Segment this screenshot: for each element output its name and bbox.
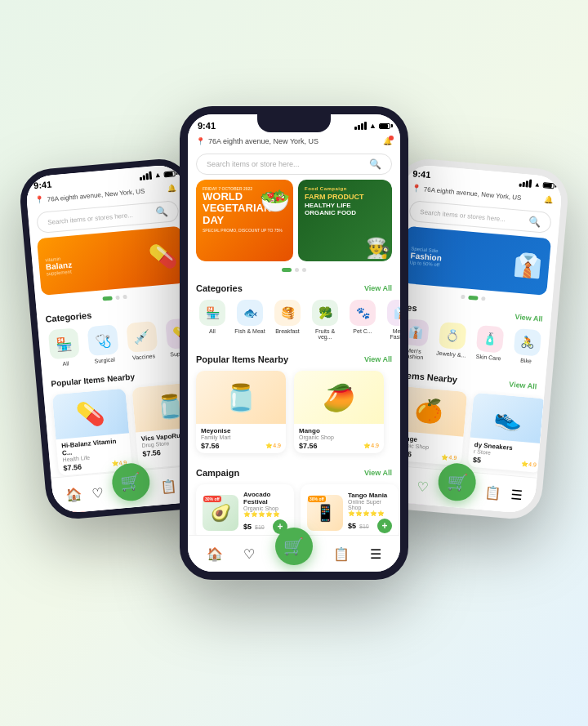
popular-view-all-right[interactable]: View All xyxy=(509,380,537,390)
product-mango-shop: Organic Shop xyxy=(299,434,379,440)
cat-breakfast-icon-center: 🥞 xyxy=(274,300,301,326)
battery-right xyxy=(542,182,555,189)
nav-orders-right[interactable]: 📋 xyxy=(484,484,502,501)
product-mango-img: 🥭 xyxy=(294,371,384,424)
cat-fashion-center[interactable]: 👔 Men's Fashion xyxy=(384,300,400,340)
cat-fish-center[interactable]: 🐟 Fish & Meat xyxy=(234,300,266,340)
nav-cart-center[interactable]: 🛒 xyxy=(275,528,313,565)
battery-center xyxy=(379,123,390,129)
campaign-tango-center[interactable]: 📱 30% off Tango Mania Online Super Shop … xyxy=(301,484,399,541)
product-mango-rating: ⭐4.9 xyxy=(363,443,379,449)
status-icons-center: ▲ xyxy=(354,122,390,130)
product-sneaker-right[interactable]: 👟 dy Sneakers r Store $5 ⭐4.9 xyxy=(467,393,544,473)
wifi-icon-left: ▲ xyxy=(154,171,162,180)
nav-menu-center[interactable]: ☰ xyxy=(370,546,381,562)
bell-icon-right: 🔔 xyxy=(544,195,554,204)
product-mayo-rating: ⭐4.9 xyxy=(265,443,281,449)
popular-view-all-center[interactable]: View All xyxy=(364,355,392,363)
dots-center xyxy=(188,265,400,275)
campaign-avocado-icon: 🥑 30% off xyxy=(203,495,238,531)
campaign-avocado-old: $10 xyxy=(255,524,265,530)
categories-row-center[interactable]: 🏪 All 🐟 Fish & Meat 🥞 Breakfast 🥦 Fruits… xyxy=(188,296,400,346)
categories-title-left: Categories xyxy=(45,310,92,324)
location-bar-center: 📍 76A eighth avenue, New York, US 🔔 xyxy=(188,134,400,149)
nav-heart-left[interactable]: ♡ xyxy=(91,484,104,501)
campaign-avocado-center[interactable]: 🥑 30% off Avocado Festival Organic Shop … xyxy=(196,484,294,541)
product-sneaker-img: 👟 xyxy=(470,393,544,444)
campaign-view-all-center[interactable]: View All xyxy=(364,469,392,477)
search-icon-right: 🔍 xyxy=(528,216,541,228)
categories-title-center: Categories xyxy=(196,283,243,293)
cat-all-left[interactable]: 🏪 All xyxy=(47,327,82,367)
product-mango-center[interactable]: 🥭 Mango Organic Shop $7.56 ⭐4.9 xyxy=(294,371,384,453)
banner-organic: Food Campaign FARM PRODUCT HEALTHY LIFE … xyxy=(298,180,392,261)
campaign-tango-name: Tango Mania xyxy=(348,492,392,499)
time-left: 9:41 xyxy=(33,179,52,190)
cat-vaccines-left[interactable]: 💉 Vaccines xyxy=(124,321,160,361)
product-mango-price: $7.56 xyxy=(299,442,318,450)
campaign-tango-old: $10 xyxy=(359,523,369,529)
popular-header-center: Popular Items Nearby View All xyxy=(188,350,400,367)
bottom-nav-center: 🏠 ♡ 🛒 📋 ☰ xyxy=(188,535,400,572)
product-vitamin-left[interactable]: 💊 Hi-Balanz Vitamin C... Health Life $7.… xyxy=(52,389,132,476)
location-icon-center: 📍 xyxy=(196,137,205,145)
campaign-avocado-shop: Organic Shop xyxy=(243,506,287,511)
banner-organic-label: Food Campaign xyxy=(305,186,385,191)
banner-left-icon: 💊 xyxy=(148,242,179,271)
cat-fruits-center[interactable]: 🥦 Fruits & veg... xyxy=(309,300,341,340)
cat-jewelry-right[interactable]: 💍 Jewelry &... xyxy=(434,321,470,363)
categories-view-all-center[interactable]: View All xyxy=(364,284,392,292)
location-text-center: 76A eighth avenue, New York, US xyxy=(208,137,318,145)
cat-bike-icon-right: 🚴 xyxy=(514,328,542,357)
banner-organic-line1: FARM PRODUCT xyxy=(305,193,385,202)
product-orange-rating: ⭐4.9 xyxy=(441,454,457,462)
cat-surgical-icon-left: 🩺 xyxy=(87,324,119,356)
search-bar-center[interactable]: Search items or store here... 🔍 xyxy=(196,154,392,175)
cat-breakfast-center[interactable]: 🥞 Breakfast xyxy=(271,300,304,340)
notch-center xyxy=(257,114,331,132)
cat-fashion-icon-center: 👔 xyxy=(387,300,400,326)
products-row-center: 🫙 Meyonise Family Mart $7.56 ⭐4.9 🥭 Mang… xyxy=(188,367,400,460)
cat-fish-icon-center: 🐟 xyxy=(237,300,263,326)
wifi-icon-right: ▲ xyxy=(534,180,541,189)
location-icon-right: 📍 xyxy=(411,184,421,193)
cat-skincare-icon-right: 🧴 xyxy=(476,325,505,354)
banner-vegetarian: FRIDAY 7 OCTOBER 2022 WORLDVEGETARIANDAY… xyxy=(196,180,293,261)
product-vics-price: $7.56 xyxy=(142,448,161,458)
nav-heart-right[interactable]: ♡ xyxy=(416,479,429,495)
nav-home-center[interactable]: 🏠 xyxy=(207,546,223,562)
nav-orders-left[interactable]: 📋 xyxy=(159,478,177,495)
product-mayo-center[interactable]: 🫙 Meyonise Family Mart $7.56 ⭐4.9 xyxy=(196,371,286,453)
bell-badge-center xyxy=(389,136,394,140)
campaign-tango-stars: ⭐⭐⭐⭐⭐ xyxy=(348,510,392,517)
nav-orders-center[interactable]: 📋 xyxy=(333,546,350,562)
banner-right: Special Sale Fashion Up to 50% off 👔 xyxy=(402,226,551,296)
banner-veg-subtitle: SPECIAL PROMO, DISCOUNT UP TO 75% xyxy=(203,228,287,233)
bell-icon-left: 🔔 xyxy=(167,184,177,193)
nav-home-left[interactable]: 🏠 xyxy=(65,486,83,503)
time-right: 9:41 xyxy=(412,168,431,180)
add-tango-button[interactable]: + xyxy=(377,519,392,533)
cat-pet-icon-center: 🐾 xyxy=(350,300,376,326)
banner-left: vitamin Balanz supplement 💊 xyxy=(37,226,186,296)
banner-veg-icon: 🥗 xyxy=(260,186,290,215)
campaign-header-center: Campaign View All xyxy=(188,463,400,481)
cat-bike-right[interactable]: 🚴 Bike xyxy=(509,328,545,371)
banner-organic-line2: HEALTHY LIFE xyxy=(305,202,385,210)
cat-fruits-icon-center: 🥦 xyxy=(312,300,338,326)
search-icon-left: 🔍 xyxy=(155,206,168,218)
search-placeholder-right: Search items or stores here... xyxy=(420,208,506,223)
cat-pet-center[interactable]: 🐾 Pet C... xyxy=(346,300,379,340)
search-icon-center: 🔍 xyxy=(369,158,381,170)
search-placeholder-left: Search items or stores here... xyxy=(47,211,133,225)
cat-surgical-left[interactable]: 🩺 Surgical xyxy=(86,324,122,364)
status-icons-right: ▲ xyxy=(519,179,555,190)
cat-all-center[interactable]: 🏪 All xyxy=(196,300,229,340)
banner-organic-line3: ORGANIC FOOD xyxy=(305,209,385,217)
categories-view-all-right[interactable]: View All xyxy=(514,313,543,323)
campaign-tango-price: $5 xyxy=(348,522,356,530)
nav-menu-right[interactable]: ☰ xyxy=(510,487,523,503)
cat-skincare-right[interactable]: 🧴 Skin Care xyxy=(471,325,507,367)
campaign-tango-shop: Online Super Shop xyxy=(348,499,392,510)
nav-heart-center[interactable]: ♡ xyxy=(243,546,255,562)
